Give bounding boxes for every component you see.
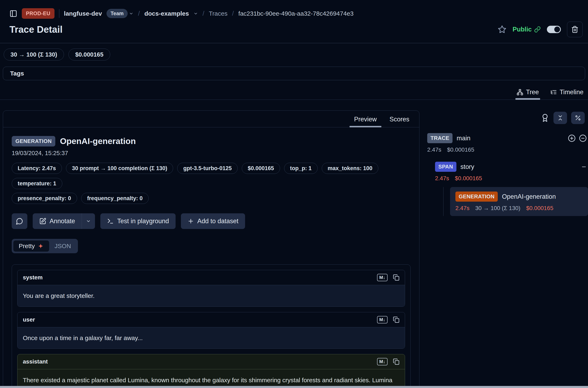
message-role: system <box>23 274 43 281</box>
message-header: user M↓ <box>18 312 405 327</box>
trace-cost: $0.000165 <box>447 146 474 153</box>
span-cost: $0.000165 <box>455 175 482 182</box>
breadcrumb-separator: / <box>203 10 204 17</box>
tab-tree[interactable]: Tree <box>517 88 539 96</box>
generation-node-row: GENERATION OpenAI-generation <box>455 192 583 202</box>
link-icon <box>534 26 541 33</box>
view-tabs: Tree Timeline <box>0 85 588 100</box>
markdown-toggle-icon[interactable]: M↓ <box>377 316 387 323</box>
message-tools: M↓ <box>377 274 400 281</box>
chevron-down-icon[interactable] <box>129 11 134 16</box>
breadcrumb-project[interactable]: docs-examples <box>144 10 189 17</box>
tags-container[interactable]: Tags <box>3 67 585 80</box>
trace-latency: 2.47s <box>427 146 441 153</box>
page-title: Trace Detail <box>9 24 63 35</box>
trace-tree: TRACE main 2.47s $0.000165 SPAN <box>424 133 588 216</box>
cost-badge: $0.000165 <box>68 48 110 60</box>
format-toggle: Pretty JSON <box>12 239 78 253</box>
environment-badge: PROD-EU <box>22 8 54 19</box>
minus-icon[interactable] <box>581 164 587 170</box>
trace-name: main <box>457 135 470 142</box>
trace-tree-panel: TRACE main 2.47s $0.000165 SPAN <box>419 110 588 216</box>
annotate-button[interactable]: Annotate <box>33 213 82 229</box>
observation-detail-card: Preview Scores GENERATION OpenAI-generat… <box>3 110 419 388</box>
frequency-penalty-badge: frequency_penalty: 0 <box>81 193 149 204</box>
copy-icon[interactable] <box>393 316 400 323</box>
message-card-system: system M↓ You are a great storyteller. <box>17 270 405 307</box>
panel-left-icon <box>9 10 17 18</box>
annotate-dropdown-button[interactable] <box>82 213 95 229</box>
main-area: Preview Scores GENERATION OpenAI-generat… <box>3 110 588 388</box>
pen-square-icon <box>39 218 46 225</box>
generation-tokens: 30 → 100 (Σ 130) <box>475 205 520 212</box>
observation-type-badge: GENERATION <box>12 136 55 146</box>
top-p-badge: top_p: 1 <box>284 163 318 174</box>
max-tokens-badge: max_tokens: 100 <box>322 163 379 174</box>
org-plan-badge[interactable]: Team <box>107 9 134 18</box>
public-toggle[interactable] <box>547 26 561 33</box>
temperature-badge: temperature: 1 <box>12 178 62 189</box>
observation-badges-row-2: presence_penalty: 0 frequency_penalty: 0 <box>12 193 410 204</box>
message-content: Once upon a time in a galaxy far, far aw… <box>18 327 405 349</box>
span-node: SPAN story 2.47s $0.000165 GENER <box>427 162 588 216</box>
message-content: You are a great storyteller. <box>18 285 405 307</box>
breadcrumb-traces[interactable]: Traces <box>209 10 227 17</box>
chevron-down-icon[interactable] <box>193 11 198 16</box>
span-node-row[interactable]: SPAN story <box>435 162 588 172</box>
copy-icon[interactable] <box>393 274 400 281</box>
message-card-assistant: assistant M↓ There existed a majestic pl… <box>17 354 405 388</box>
breadcrumb-org[interactable]: langfuse-dev <box>64 10 102 17</box>
tree-icon <box>517 89 523 96</box>
generation-latency: 2.47s <box>455 205 470 212</box>
sparkles-icon <box>38 243 44 249</box>
format-pretty-segment[interactable]: Pretty <box>13 241 49 252</box>
tree-panel-actions <box>424 112 588 124</box>
generation-badge: GENERATION <box>455 192 498 202</box>
token-usage-badge: 30 prompt → 100 completion (Σ 130) <box>66 163 173 174</box>
circle-plus-icon[interactable] <box>568 134 576 142</box>
message-header: assistant M↓ <box>18 354 405 369</box>
playground-button[interactable]: Test in playground <box>100 213 176 229</box>
collapse-node-control <box>581 164 588 170</box>
message-header: system M↓ <box>18 270 405 285</box>
sidebar-toggle-button[interactable] <box>9 10 17 18</box>
tab-scores[interactable]: Scores <box>388 116 410 123</box>
markdown-toggle-icon[interactable]: M↓ <box>377 358 387 365</box>
copy-icon[interactable] <box>393 358 400 365</box>
delete-trace-button[interactable] <box>567 22 583 37</box>
cost-badge: $0.000165 <box>242 163 280 174</box>
circle-minus-icon[interactable] <box>579 134 587 142</box>
trash-icon <box>571 26 579 33</box>
comment-bubble-icon <box>16 218 23 225</box>
plus-icon <box>187 218 194 224</box>
trace-stats-row: 30 → 100 (Σ 130) $0.000165 <box>0 43 588 60</box>
markdown-toggle-icon[interactable]: M↓ <box>377 274 387 281</box>
horizontal-scrollbar[interactable] <box>0 386 588 388</box>
format-json-segment[interactable]: JSON <box>49 241 76 252</box>
observation-timestamp: 19/03/2024, 15:25:37 <box>12 150 410 157</box>
toggle-metrics-button[interactable] <box>571 112 585 124</box>
token-usage-badge: 30 → 100 (Σ 130) <box>4 48 64 60</box>
annotate-split-button: Annotate <box>33 213 95 229</box>
breadcrumb: PROD-EU langfuse-dev Team / docs-example… <box>0 0 588 19</box>
tab-timeline[interactable]: Timeline <box>550 88 584 96</box>
add-to-dataset-button[interactable]: Add to dataset <box>181 213 245 229</box>
generation-metrics: 2.47s 30 → 100 (Σ 130) $0.000165 <box>455 205 583 212</box>
trace-node-row[interactable]: TRACE main <box>427 133 588 143</box>
comments-button[interactable] <box>12 213 27 229</box>
tree-expand-controls <box>568 134 588 142</box>
annotation-queue-button[interactable] <box>541 114 549 122</box>
breadcrumb-separator: / <box>232 10 234 17</box>
public-share-link[interactable]: Public <box>513 26 541 33</box>
timeline-icon <box>550 89 557 96</box>
message-role: user <box>23 316 35 323</box>
tab-preview[interactable]: Preview <box>353 116 378 123</box>
bookmark-star-button[interactable] <box>498 25 506 34</box>
message-tools: M↓ <box>377 358 400 365</box>
span-name: story <box>460 163 474 170</box>
collapse-all-button[interactable] <box>553 112 567 124</box>
generation-node-row-selected[interactable]: GENERATION OpenAI-generation 2.47s 30 → … <box>450 187 588 216</box>
model-badge[interactable]: gpt-3.5-turbo-0125 <box>177 163 238 174</box>
divider <box>59 9 59 18</box>
span-latency: 2.47s <box>435 175 449 182</box>
